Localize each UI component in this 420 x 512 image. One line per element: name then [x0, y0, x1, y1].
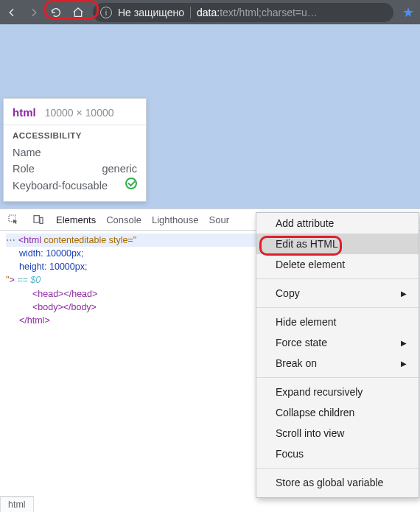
- tab-elements[interactable]: Elements: [56, 209, 96, 230]
- chevron-right-icon: ▶: [401, 290, 407, 298]
- menu-scroll-into-view[interactable]: Scroll into view: [256, 423, 419, 443]
- address-bar[interactable]: i Не защищено data:text/html;charset=u…: [93, 3, 393, 22]
- svg-rect-1: [34, 216, 39, 222]
- security-status: Не защищено: [118, 7, 184, 18]
- chevron-right-icon: ▶: [401, 360, 407, 368]
- tooltip-keyboard-focusable-label: Keyboard-focusable: [13, 178, 108, 194]
- menu-separator: [256, 307, 419, 308]
- page-viewport: html 10000 × 10000 ACCESSIBILITY Name Ro…: [0, 24, 420, 208]
- menu-copy[interactable]: Copy▶: [256, 283, 419, 304]
- context-menu: Add attribute Edit as HTML Delete elemen…: [256, 212, 419, 498]
- menu-collapse-children[interactable]: Collapse children: [256, 402, 419, 423]
- menu-separator: [256, 377, 419, 378]
- tooltip-dimensions: 10000 × 10000: [45, 107, 114, 119]
- tooltip-name-label: Name: [13, 144, 41, 161]
- chevron-right-icon: ▶: [401, 339, 407, 347]
- info-icon: i: [100, 7, 112, 18]
- menu-delete-element[interactable]: Delete element: [256, 254, 419, 275]
- omnibox-divider: [190, 7, 191, 18]
- tooltip-role-label: Role: [13, 161, 35, 177]
- element-tooltip: html 10000 × 10000 ACCESSIBILITY Name Ro…: [3, 98, 147, 202]
- tooltip-section-header: ACCESSIBILITY: [13, 131, 137, 140]
- menu-add-attribute[interactable]: Add attribute: [256, 213, 419, 234]
- devtools-breadcrumb[interactable]: html: [0, 496, 34, 512]
- inspect-button[interactable]: [6, 212, 21, 227]
- check-icon: [125, 178, 137, 189]
- menu-edit-as-html[interactable]: Edit as HTML: [256, 234, 419, 254]
- tooltip-tag: html: [13, 106, 36, 119]
- menu-separator: [256, 468, 419, 469]
- url-text: data:text/html;charset=u…: [197, 7, 318, 18]
- tab-sources[interactable]: Sour: [209, 209, 229, 230]
- tab-console[interactable]: Console: [106, 209, 141, 230]
- forward-button[interactable]: [27, 5, 41, 20]
- menu-store-global[interactable]: Store as global variable: [256, 472, 419, 493]
- back-button[interactable]: [4, 5, 19, 20]
- breadcrumb-item[interactable]: html: [0, 497, 34, 513]
- menu-focus[interactable]: Focus: [256, 443, 419, 464]
- menu-hide-element[interactable]: Hide element: [256, 312, 419, 332]
- tooltip-role-value: generic: [102, 161, 137, 177]
- tab-lighthouse[interactable]: Lighthouse: [152, 209, 199, 230]
- browser-toolbar: i Не защищено data:text/html;charset=u… …: [0, 0, 420, 24]
- menu-separator: [256, 278, 419, 279]
- reload-button[interactable]: [49, 5, 63, 20]
- menu-break-on[interactable]: Break on▶: [256, 353, 419, 374]
- home-button[interactable]: [71, 5, 85, 20]
- menu-force-state[interactable]: Force state▶: [256, 332, 419, 353]
- device-toggle-button[interactable]: [31, 212, 46, 227]
- svg-rect-2: [40, 217, 43, 223]
- menu-expand-recursively[interactable]: Expand recursively: [256, 382, 419, 402]
- bookmark-star-icon[interactable]: ★: [401, 4, 416, 21]
